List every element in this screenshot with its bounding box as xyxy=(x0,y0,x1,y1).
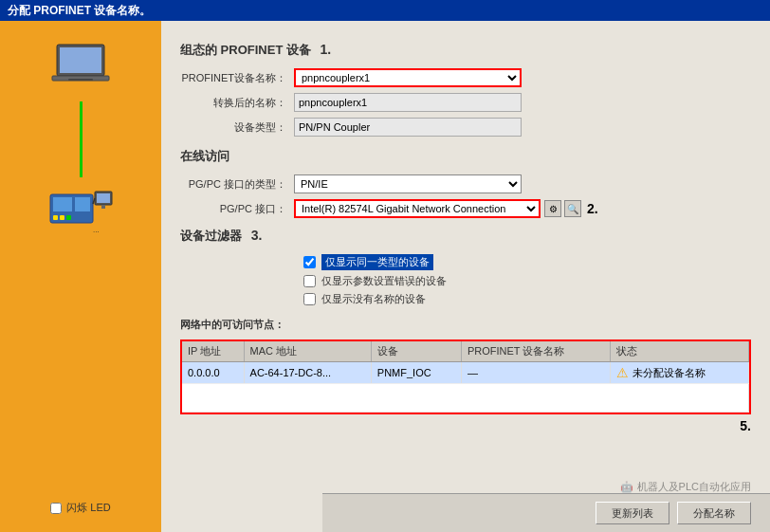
pg-pc-interface-select[interactable]: Intel(R) 82574L Gigabit Network Connecti… xyxy=(294,199,541,218)
led-label: 闪烁 LED xyxy=(66,501,110,515)
table-header-row: IP 地址 MAC 地址 设备 PROFINET 设备名称 状态 xyxy=(182,341,749,362)
button-bar: 更新列表 分配名称 xyxy=(322,493,770,532)
led-area: 闪烁 LED xyxy=(50,493,110,523)
svg-rect-6 xyxy=(75,197,90,211)
section5-number: 5. xyxy=(740,418,751,433)
svg-rect-7 xyxy=(53,215,58,220)
cell-ip: 0.0.0.0 xyxy=(182,362,244,384)
empty-row xyxy=(182,384,749,413)
cb-param-error-label: 仅显示参数设置错误的设备 xyxy=(321,274,447,288)
converted-name-label: 转换后的名称： xyxy=(180,96,294,110)
converted-name-row: 转换后的名称： xyxy=(180,93,751,112)
profinet-device-title: 组态的 PROFINET 设备 1. xyxy=(180,42,751,59)
col-device: 设备 xyxy=(371,341,461,362)
cb-no-name[interactable] xyxy=(303,293,316,305)
device-name-label: PROFINET设备名称： xyxy=(180,71,294,85)
svg-rect-9 xyxy=(66,215,71,220)
device-name-row: PROFINET设备名称： pnpncouplerx1 xyxy=(180,68,751,87)
section3-number: 3. xyxy=(251,228,263,243)
device-name-select[interactable]: pnpncouplerx1 xyxy=(294,68,522,87)
col-profinet-name: PROFINET 设备名称 xyxy=(461,341,610,362)
assign-button[interactable]: 分配名称 xyxy=(677,502,751,524)
pg-pc-type-label: PG/PC 接口的类型： xyxy=(180,177,294,192)
watermark: 🤖 机器人及PLC自动化应用 xyxy=(620,480,751,494)
section1-number: 1. xyxy=(321,42,332,57)
device-icon-area: ... xyxy=(9,30,152,493)
svg-rect-3 xyxy=(68,79,93,81)
col-status: 状态 xyxy=(611,341,749,362)
status-text: 未分配设备名称 xyxy=(632,366,706,380)
table-row[interactable]: 0.0.0.0 AC-64-17-DC-8... PNMF_IOC — ⚠ 未分… xyxy=(182,362,749,384)
cb-same-type[interactable] xyxy=(303,256,316,268)
filter-checkbox-2: 仅显示参数设置错误的设备 xyxy=(303,274,751,288)
col-ip: IP 地址 xyxy=(182,341,244,362)
network-device-icon: ... xyxy=(46,187,117,234)
interface-settings-icon[interactable]: ⚙ xyxy=(544,200,561,217)
svg-rect-12 xyxy=(101,205,105,209)
cell-status: ⚠ 未分配设备名称 xyxy=(611,362,749,384)
svg-rect-5 xyxy=(53,197,72,211)
online-access-section: 在线访问 PG/PC 接口的类型： PN/IE PG/PC 接口： Intel(… xyxy=(180,148,751,218)
network-table: IP 地址 MAC 地址 设备 PROFINET 设备名称 状态 0.0.0.0… xyxy=(182,341,749,413)
cb-same-type-label: 仅显示同一类型的设备 xyxy=(321,254,433,270)
filter-checkbox-3: 仅显示没有名称的设备 xyxy=(303,292,751,306)
cell-profinet-name: — xyxy=(461,362,610,384)
filter-title: 设备过滤器 3. xyxy=(180,228,751,245)
cb-no-name-label: 仅显示没有名称的设备 xyxy=(321,292,426,306)
pg-pc-interface-label: PG/PC 接口： xyxy=(180,202,294,216)
svg-rect-1 xyxy=(60,47,101,73)
left-panel: ... 闪烁 LED xyxy=(0,21,161,532)
laptop-icon xyxy=(47,40,114,92)
svg-text:...: ... xyxy=(93,226,100,234)
online-access-title: 在线访问 xyxy=(180,148,751,165)
cell-mac: AC-64-17-DC-8... xyxy=(244,362,371,384)
section2-number: 2. xyxy=(587,201,598,216)
right-content: 组态的 PROFINET 设备 1. PROFINET设备名称： pnpncou… xyxy=(161,21,770,532)
pg-pc-type-row: PG/PC 接口的类型： PN/IE xyxy=(180,174,751,193)
svg-rect-11 xyxy=(97,193,110,203)
pg-pc-interface-row: PG/PC 接口： Intel(R) 82574L Gigabit Networ… xyxy=(180,199,751,218)
refresh-button[interactable]: 更新列表 xyxy=(596,502,669,524)
col-mac: MAC 地址 xyxy=(244,341,371,362)
connection-line xyxy=(80,101,82,177)
pg-pc-type-select[interactable]: PN/IE xyxy=(294,174,522,193)
filter-checkbox-1: 仅显示同一类型的设备 xyxy=(303,254,751,270)
svg-rect-8 xyxy=(60,215,64,220)
led-checkbox[interactable] xyxy=(50,503,62,514)
device-type-label: 设备类型： xyxy=(180,120,294,135)
status-warning: ⚠ 未分配设备名称 xyxy=(616,365,742,380)
device-type-input xyxy=(294,118,522,137)
network-table-section: 网络中的可访问节点： IP 地址 MAC 地址 设备 PROFINET 设备名称… xyxy=(180,318,751,433)
network-table-title: 网络中的可访问节点： xyxy=(180,318,284,332)
cb-param-error[interactable] xyxy=(303,275,316,287)
device-type-row: 设备类型： xyxy=(180,118,751,137)
title-bar-text: 分配 PROFINET 设备名称。 xyxy=(8,3,151,19)
filter-section: 设备过滤器 3. 仅显示同一类型的设备 仅显示参数设置错误的设备 仅显示没有名称… xyxy=(180,228,751,306)
interface-icons: ⚙ 🔍 xyxy=(544,200,581,217)
warning-icon: ⚠ xyxy=(616,365,629,380)
profinet-device-section: 组态的 PROFINET 设备 1. PROFINET设备名称： pnpncou… xyxy=(180,42,751,137)
interface-search-icon[interactable]: 🔍 xyxy=(564,200,581,217)
network-table-wrapper: IP 地址 MAC 地址 设备 PROFINET 设备名称 状态 0.0.0.0… xyxy=(180,339,751,414)
cell-device: PNMF_IOC xyxy=(371,362,461,384)
converted-name-input xyxy=(294,93,522,112)
